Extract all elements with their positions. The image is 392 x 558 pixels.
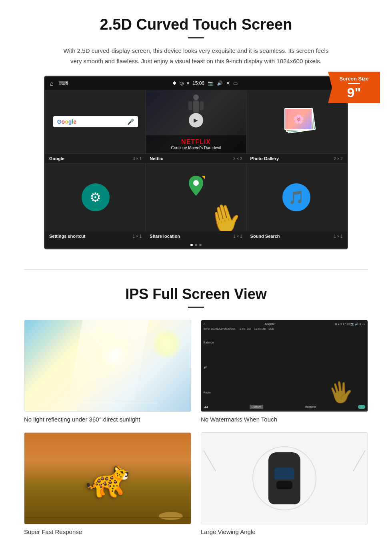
- freq-label: 2.5k: [240, 327, 245, 330]
- share-label: Share location 1 × 1: [146, 233, 246, 239]
- svg-rect-2: [188, 101, 192, 110]
- google-logo: Google: [57, 118, 76, 125]
- netflix-cell[interactable]: ▶ NETFLIX Continue Marvel's Daredevil: [146, 90, 246, 154]
- sound-app-name: Sound Search: [250, 234, 280, 239]
- feature-watermarks: ⌂ Amplifier ⊞ ♦ ▾ 17:33 📷 🔊 ✕ ▭ 60hz 100…: [201, 320, 368, 423]
- settings-cell[interactable]: ⚙: [45, 163, 146, 231]
- sun-ray: [151, 328, 183, 360]
- amp-footer: ◀◀ Custom loudness: [204, 405, 365, 409]
- angle-line-right: [353, 450, 366, 472]
- badge-size: 9": [334, 86, 374, 99]
- location-icon: ◎: [180, 80, 184, 86]
- google-search-bar[interactable]: Google 🎤: [53, 116, 138, 127]
- settings-grid: 1 × 1: [133, 234, 142, 239]
- sunlight-visual: [24, 320, 191, 411]
- google-cell[interactable]: Google 🎤: [45, 90, 146, 154]
- photo-stack: 🌸: [280, 106, 312, 138]
- camera-icon: 📷: [208, 80, 214, 86]
- freq-label: 10k: [247, 327, 252, 330]
- car-roof: [276, 481, 292, 489]
- amp-title: Amplifier: [265, 323, 276, 326]
- car-body: [268, 452, 300, 504]
- cheetah-image: 🐆: [24, 432, 191, 524]
- google-app-name: Google: [49, 156, 64, 161]
- section1-description: With 2.5D curved-display screen, this de…: [60, 46, 332, 66]
- home-icon[interactable]: ⌂: [50, 80, 54, 87]
- window-icon: ▭: [233, 80, 238, 86]
- netflix-logo: NETFLIX: [150, 138, 242, 146]
- google-maps-icon: [187, 176, 205, 199]
- dot-1: [190, 244, 193, 246]
- sunlight-image: [24, 320, 191, 412]
- row2-labels: Settings shortcut 1 × 1 Share location 1…: [45, 231, 347, 242]
- cheetah-icon: 🐆: [85, 458, 130, 500]
- share-location-cell[interactable]: 🤚: [146, 163, 246, 231]
- balance-label: Balance: [204, 341, 214, 344]
- freq-label: 500hz: [225, 327, 231, 330]
- freq-label: SUB: [268, 327, 274, 330]
- share-app-name: Share location: [150, 234, 180, 239]
- amp-header: ⌂ Amplifier ⊞ ♦ ▾ 17:33 📷 🔊 ✕ ▭: [204, 323, 365, 326]
- amplifier-visual: ⌂ Amplifier ⊞ ♦ ▾ 17:33 📷 🔊 ✕ ▭ 60hz 100…: [201, 320, 368, 411]
- app-row-1: Google 🎤: [45, 90, 347, 154]
- sound-search-icon: 🎵: [282, 183, 310, 211]
- usb-icon: ⌨: [59, 80, 68, 87]
- bluetooth-icon: ✱: [172, 80, 176, 86]
- freq-label: 1k: [232, 327, 238, 330]
- badge-label: Screen Size: [334, 76, 374, 82]
- loudness-toggle[interactable]: [358, 405, 365, 409]
- dot-2: [195, 244, 197, 246]
- photo-layer-3: 🌸: [284, 108, 312, 130]
- netflix-app-name: Netflix: [150, 156, 163, 161]
- gallery-app-name: Photo Gallery: [250, 156, 279, 161]
- pagination-dots: [45, 242, 347, 248]
- amp-home-icon: ⌂: [204, 323, 205, 326]
- share-grid: 1 × 1: [233, 234, 242, 239]
- svg-rect-3: [200, 101, 204, 110]
- hand-touch-icon: 🤚: [203, 198, 245, 231]
- feature-sunlight: No light reflecting under 360° direct su…: [24, 320, 191, 423]
- car-caption: Large Viewing Angle: [201, 528, 368, 535]
- freq-label: 15k: [261, 327, 267, 330]
- mic-icon[interactable]: 🎤: [127, 118, 134, 125]
- play-button[interactable]: ▶: [189, 113, 203, 127]
- sound-grid: 1 × 1: [334, 234, 343, 239]
- amplifier-image: ⌂ Amplifier ⊞ ♦ ▾ 17:33 📷 🔊 ✕ ▭ 60hz 100…: [201, 320, 368, 412]
- volume-icon: 🔊: [217, 80, 223, 86]
- sound-label: Sound Search 1 × 1: [246, 233, 347, 239]
- car-image: ↗: [201, 432, 368, 524]
- custom-button[interactable]: Custom: [250, 405, 263, 409]
- amp-main: Balance 🔊 Fader: [204, 331, 365, 404]
- netflix-label: Netflix 3 × 2: [146, 155, 246, 162]
- settings-label: Settings shortcut 1 × 1: [45, 233, 146, 239]
- netflix-subtitle: Continue Marvel's Daredevil: [150, 146, 242, 150]
- loudness-label: loudness: [305, 405, 316, 408]
- amp-freq-labels: 60hz 100hz 200hz 500hz 1k 2.5k 10k 12.5k…: [204, 327, 365, 330]
- touch-hand-amp: 🖐: [326, 379, 355, 406]
- sunlight-caption: No light reflecting under 360° direct su…: [24, 416, 191, 423]
- section2-divider: [188, 307, 204, 308]
- car-visual: ↗: [201, 433, 368, 524]
- google-label: Google 3 × 1: [45, 155, 146, 162]
- android-screen: ⌂ ⌨ ✱ ◎ ▾ 15:06 📷 🔊 ✕ ▭: [44, 76, 348, 249]
- ground-line: [24, 517, 191, 518]
- lens-flare: [91, 332, 139, 380]
- section2-title: IPS Full Screen View: [24, 286, 368, 303]
- status-bar: ⌂ ⌨ ✱ ◎ ▾ 15:06 📷 🔊 ✕ ▭: [45, 77, 347, 90]
- svg-point-0: [193, 94, 199, 100]
- freq-label: 200hz: [218, 327, 224, 330]
- wifi-icon: ▾: [187, 80, 189, 86]
- gallery-label: Photo Gallery 2 × 2: [246, 155, 347, 162]
- watermarks-caption: No Watermarks When Touch: [201, 416, 368, 423]
- freq-label: 100hz: [211, 327, 216, 330]
- status-bar-left: ⌂ ⌨: [50, 80, 68, 87]
- sound-search-cell[interactable]: 🎵: [246, 163, 347, 231]
- features-grid: No light reflecting under 360° direct su…: [24, 320, 368, 535]
- amp-back: ◀◀: [204, 405, 208, 409]
- screen-size-badge: Screen Size 9": [328, 72, 380, 103]
- google-grid: 3 × 1: [133, 157, 142, 161]
- settings-icon: ⚙: [82, 183, 110, 211]
- ips-screen-section: IPS Full Screen View No light reflecting…: [0, 282, 392, 547]
- amp-icons: ⊞ ♦ ▾ 17:33 📷 🔊 ✕ ▭: [335, 323, 365, 326]
- svg-rect-1: [193, 100, 199, 112]
